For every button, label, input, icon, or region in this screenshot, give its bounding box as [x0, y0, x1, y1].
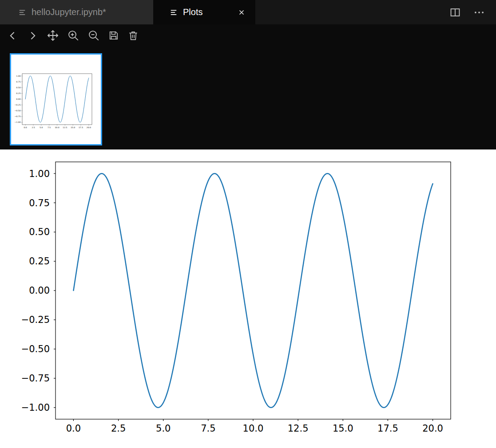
plots-panel: helloJupyter.ipynb* Plots: [0, 0, 496, 448]
svg-text:−0.75: −0.75: [21, 373, 50, 384]
svg-text:0.25: 0.25: [29, 256, 50, 267]
svg-text:1.00: 1.00: [16, 75, 20, 77]
svg-text:7.5: 7.5: [201, 423, 215, 434]
svg-text:0.50: 0.50: [29, 227, 50, 237]
svg-text:0.0: 0.0: [66, 423, 81, 434]
svg-text:0.50: 0.50: [16, 86, 20, 89]
zoom-in-button[interactable]: [67, 29, 80, 42]
sine-wave-chart: 0.02.55.07.510.012.515.017.520.01.000.75…: [0, 149, 496, 448]
more-actions-icon[interactable]: [474, 7, 484, 18]
svg-text:0.75: 0.75: [29, 198, 50, 208]
svg-text:0.00: 0.00: [29, 285, 50, 296]
svg-text:−0.50: −0.50: [15, 110, 21, 112]
svg-text:15.0: 15.0: [71, 126, 75, 129]
editor-tab-bar: helloJupyter.ipynb* Plots: [0, 0, 496, 24]
zoom-out-icon: [88, 30, 99, 41]
plot-canvas: 0.02.55.07.510.012.515.017.520.01.000.75…: [0, 149, 496, 448]
plot-toolbar: [0, 24, 496, 47]
tab-bar-spacer: [255, 0, 438, 24]
svg-text:0.0: 0.0: [24, 126, 27, 129]
svg-text:5.0: 5.0: [156, 423, 171, 434]
svg-text:0.25: 0.25: [16, 92, 20, 94]
delete-plot-button[interactable]: [127, 29, 139, 42]
svg-text:20.0: 20.0: [87, 126, 91, 129]
svg-text:7.5: 7.5: [48, 126, 51, 129]
svg-text:0.75: 0.75: [16, 81, 20, 83]
svg-text:12.5: 12.5: [288, 423, 309, 434]
svg-text:−1.00: −1.00: [15, 121, 21, 123]
svg-text:2.5: 2.5: [32, 126, 35, 129]
pan-button[interactable]: [46, 29, 60, 42]
svg-text:20.0: 20.0: [422, 423, 443, 434]
svg-text:−0.25: −0.25: [15, 104, 21, 106]
svg-text:−0.75: −0.75: [15, 115, 21, 118]
zoom-in-icon: [67, 30, 79, 41]
svg-text:10.0: 10.0: [243, 423, 264, 434]
svg-text:15.0: 15.0: [333, 423, 353, 434]
chevron-right-icon: [27, 30, 38, 41]
svg-text:17.5: 17.5: [79, 126, 83, 129]
svg-text:0.00: 0.00: [16, 98, 20, 100]
notebook-icon: [169, 8, 178, 17]
tab-label: Plots: [183, 7, 202, 17]
svg-text:−0.25: −0.25: [21, 314, 50, 325]
pan-icon: [47, 30, 59, 41]
thumbnail-chart: 0.02.55.07.510.012.515.017.520.01.000.75…: [11, 55, 101, 144]
split-editor-icon[interactable]: [450, 7, 460, 18]
save-plot-button[interactable]: [107, 29, 120, 42]
save-icon: [108, 30, 119, 41]
svg-text:10.0: 10.0: [55, 126, 59, 129]
close-tab-icon[interactable]: [236, 7, 247, 18]
chevron-left-icon: [7, 30, 18, 41]
plot-thumbnail[interactable]: 0.02.55.07.510.012.515.017.520.01.000.75…: [10, 53, 102, 145]
notebook-icon: [18, 8, 27, 17]
svg-text:17.5: 17.5: [377, 423, 398, 434]
tab-label: helloJupyter.ipynb*: [32, 7, 106, 17]
trash-icon: [128, 30, 139, 41]
tab-plots[interactable]: Plots: [153, 0, 255, 24]
svg-text:12.5: 12.5: [63, 126, 67, 129]
previous-plot-button[interactable]: [6, 29, 19, 42]
svg-text:−1.00: −1.00: [21, 402, 50, 413]
thumbnail-strip: 0.02.55.07.510.012.515.017.520.01.000.75…: [0, 47, 496, 149]
svg-text:2.5: 2.5: [111, 423, 126, 434]
tab-hellojupyter[interactable]: helloJupyter.ipynb*: [0, 0, 153, 24]
svg-text:1.00: 1.00: [29, 169, 50, 179]
svg-text:5.0: 5.0: [40, 126, 43, 129]
svg-text:−0.50: −0.50: [21, 344, 50, 354]
next-plot-button[interactable]: [26, 29, 39, 42]
editor-actions: [438, 0, 496, 24]
zoom-out-button[interactable]: [87, 29, 100, 42]
